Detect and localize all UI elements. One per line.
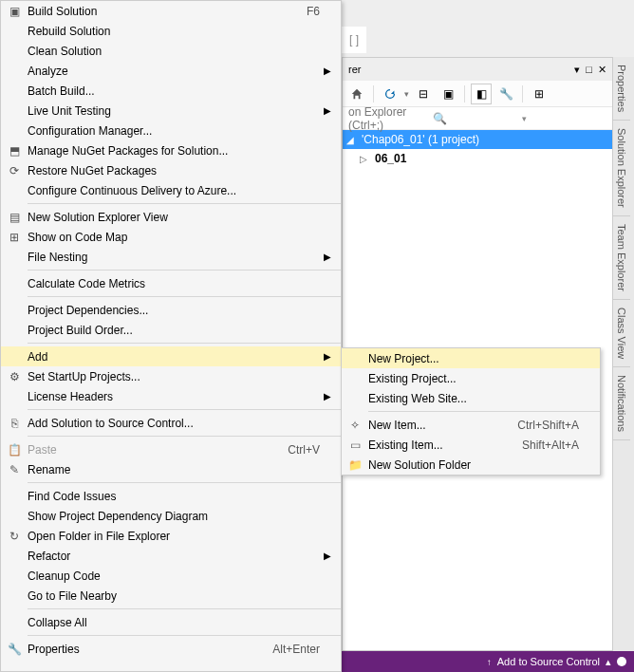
add-item-new-project[interactable]: New Project... [342, 348, 600, 368]
expand-glyph-icon[interactable]: ▷ [360, 154, 371, 164]
menu-separator [368, 411, 600, 412]
blank-icon [1, 566, 28, 586]
blank-icon [1, 386, 28, 406]
wrench-icon[interactable]: 🔧 [495, 84, 516, 104]
new-view-icon: ▤ [1, 207, 28, 227]
maximize-icon[interactable]: □ [586, 64, 592, 76]
solution-tree[interactable]: ◢ 'Chap06_01' (1 project) ▷ 06_01 [343, 130, 612, 168]
collapse-all-icon[interactable]: ⊟ [413, 84, 434, 104]
menu-item-refactor[interactable]: Refactor▶ [1, 546, 341, 566]
menu-item-rebuild-solution[interactable]: Rebuild Solution [1, 21, 341, 41]
side-tab-team-explorer[interactable]: Team Explorer [613, 216, 630, 300]
side-tab-properties[interactable]: Properties [613, 57, 630, 121]
rename-icon: ✎ [1, 459, 28, 479]
show-all-files-icon[interactable]: ▣ [438, 84, 458, 104]
refresh-icon[interactable] [380, 84, 401, 104]
menu-item-new-solution-explorer-view[interactable]: ▤New Solution Explorer View [1, 207, 341, 227]
menu-item-shortcut: Ctrl+V [272, 443, 320, 457]
collapse-glyph-icon[interactable]: ◢ [346, 135, 358, 145]
menu-item-label: Properties [28, 643, 257, 656]
menu-item-set-startup-projects[interactable]: ⚙Set StartUp Projects... [1, 366, 341, 386]
menu-item-properties[interactable]: 🔧PropertiesAlt+Enter [1, 639, 341, 659]
new-item-icon: ✧ [342, 415, 368, 435]
existing-item-icon: ▭ [342, 435, 368, 455]
notification-dot-icon[interactable] [617, 657, 626, 666]
menu-item-project-dependencies[interactable]: Project Dependencies... [1, 300, 341, 320]
menu-item-label: Analyze [28, 65, 320, 78]
menu-item-label: Batch Build... [28, 84, 320, 98]
home-icon[interactable] [346, 84, 367, 104]
add-item-existing-project[interactable]: Existing Project... [342, 368, 600, 388]
menu-item-label: Open Folder in File Explorer [28, 530, 320, 543]
menu-item-build-solution[interactable]: ▣Build SolutionF6 [1, 1, 341, 21]
menu-item-configure-continuous-delivery-to-azure[interactable]: Configure Continuous Delivery to Azure..… [1, 180, 341, 200]
menu-item-restore-nuget-packages[interactable]: ⟳Restore NuGet Packages [1, 160, 341, 180]
menu-item-shortcut: F6 [291, 5, 320, 18]
menu-item-analyze[interactable]: Analyze▶ [1, 61, 341, 81]
menu-item-cleanup-code[interactable]: Cleanup Code [1, 566, 341, 586]
menu-item-label: Collapse All [28, 616, 320, 629]
restore-icon: ⟳ [1, 160, 28, 180]
tab-bracket-icon: [ ] [349, 33, 359, 47]
add-submenu: New Project...Existing Project...Existin… [341, 347, 601, 476]
menu-item-license-headers[interactable]: License Headers▶ [1, 386, 341, 406]
dropdown-icon[interactable]: ▾ [574, 64, 580, 76]
solution-node[interactable]: ◢ 'Chap06_01' (1 project) [343, 130, 612, 149]
menu-item-label: File Nesting [28, 251, 320, 264]
properties-icon[interactable]: ◧ [471, 84, 492, 104]
close-icon[interactable]: ✕ [598, 64, 606, 76]
menu-item-collapse-all[interactable]: Collapse All [1, 612, 341, 632]
menu-item-shortcut: Alt+Enter [257, 643, 320, 656]
menu-item-label: Paste [28, 443, 272, 457]
add-item-new-item[interactable]: ✧New Item...Ctrl+Shift+A [342, 415, 600, 435]
menu-item-add-solution-to-source-control[interactable]: ⎘Add Solution to Source Control... [1, 413, 341, 433]
class-view-icon[interactable]: ⊞ [529, 84, 550, 104]
submenu-arrow-icon: ▶ [320, 105, 335, 116]
side-tab-class-view[interactable]: Class View [613, 300, 630, 367]
menu-item-clean-solution[interactable]: Clean Solution [1, 41, 341, 61]
menu-item-label: Set StartUp Projects... [28, 370, 320, 383]
menu-item-label: Manage NuGet Packages for Solution... [28, 144, 320, 158]
menu-item-rename[interactable]: ✎Rename [1, 459, 341, 479]
menu-item-show-project-dependency-diagram[interactable]: Show Project Dependency Diagram [1, 506, 341, 526]
menu-item-go-to-file-nearby[interactable]: Go to File Nearby [1, 586, 341, 606]
menu-item-show-on-code-map[interactable]: ⊞Show on Code Map [1, 227, 341, 247]
add-item-new-solution-folder[interactable]: 📁New Solution Folder [342, 455, 600, 475]
menu-item-label: Rebuild Solution [28, 25, 320, 38]
menu-item-file-nesting[interactable]: File Nesting▶ [1, 247, 341, 267]
blank-icon [1, 612, 28, 632]
menu-item-project-build-order[interactable]: Project Build Order... [1, 320, 341, 340]
menu-item-manage-nuget-packages-for-solution[interactable]: ⬒Manage NuGet Packages for Solution... [1, 140, 341, 160]
menu-item-live-unit-testing[interactable]: Live Unit Testing▶ [1, 101, 341, 121]
add-item-existing-item[interactable]: ▭Existing Item...Shift+Alt+A [342, 435, 600, 455]
panel-title: rer [348, 64, 361, 75]
side-tab-notifications[interactable]: Notifications [613, 367, 630, 440]
menu-item-shortcut: Shift+Alt+A [507, 439, 579, 452]
project-node[interactable]: ▷ 06_01 [343, 149, 612, 168]
menu-item-calculate-code-metrics[interactable]: Calculate Code Metrics [1, 273, 341, 293]
menu-separator [28, 482, 341, 483]
paste-icon: 📋 [1, 439, 28, 459]
menu-item-open-folder-in-file-explorer[interactable]: ↻Open Folder in File Explorer [1, 526, 341, 546]
add-source-control-button[interactable]: Add to Source Control [497, 656, 600, 667]
add-item-existing-web-site[interactable]: Existing Web Site... [342, 388, 600, 408]
submenu-arrow-icon: ▶ [320, 391, 335, 401]
menu-item-add[interactable]: Add▶ [1, 346, 341, 366]
blank-icon [1, 346, 28, 366]
blank-icon [342, 388, 368, 408]
blank-icon [1, 121, 28, 140]
blank-icon [1, 546, 28, 566]
chevron-up-icon[interactable]: ▴ [606, 656, 611, 668]
menu-item-label: Calculate Code Metrics [28, 277, 320, 290]
menu-item-label: Show on Code Map [28, 231, 320, 244]
search-explorer-box[interactable]: on Explorer (Ctrl+;) 🔍 ▾ [343, 107, 612, 130]
menu-item-find-code-issues[interactable]: Find Code Issues [1, 486, 341, 506]
menu-item-label: Configure Continuous Delivery to Azure..… [28, 184, 320, 197]
menu-item-batch-build[interactable]: Batch Build... [1, 81, 341, 101]
side-tab-solution-explorer[interactable]: Solution Explorer [613, 121, 630, 216]
menu-separator [28, 608, 341, 609]
menu-item-configuration-manager[interactable]: Configuration Manager... [1, 121, 341, 140]
publish-icon[interactable]: ↑ [487, 657, 492, 667]
menu-item-label: Find Code Issues [28, 490, 320, 503]
solution-context-menu: ▣Build SolutionF6Rebuild SolutionClean S… [0, 0, 342, 672]
